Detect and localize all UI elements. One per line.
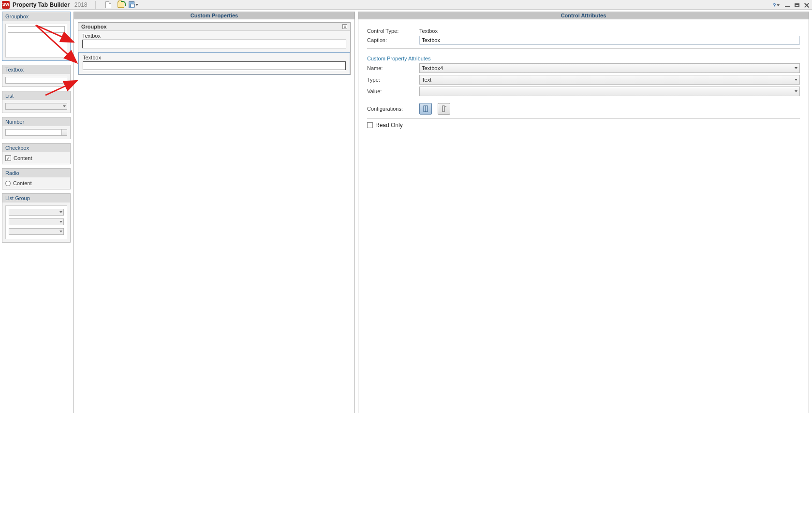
app-title: Property Tab Builder xyxy=(13,1,70,8)
chevron-down-icon xyxy=(135,4,138,6)
caption-label: Caption: xyxy=(367,37,415,43)
field-label: Textbox xyxy=(83,55,346,60)
palette-list-label: List xyxy=(2,91,70,100)
palette-radio-content: Content xyxy=(13,180,32,186)
palette-groupbox[interactable]: Groupbox xyxy=(2,12,71,61)
value-combo[interactable] xyxy=(419,87,800,96)
field-input[interactable] xyxy=(82,40,346,48)
palette-textbox-label: Textbox xyxy=(2,65,70,74)
palette-textbox[interactable]: Textbox xyxy=(2,65,71,87)
field-label: Textbox xyxy=(82,33,346,39)
close-button[interactable] xyxy=(803,2,810,8)
collapse-icon[interactable]: « xyxy=(342,24,347,29)
type-combo[interactable]: Text xyxy=(419,75,800,85)
control-type-value: Textbox xyxy=(419,28,438,34)
caption-input[interactable] xyxy=(419,36,800,44)
palette-radio[interactable]: Radio Content xyxy=(2,168,71,189)
divider xyxy=(367,118,800,119)
help-button[interactable]: ? xyxy=(771,1,781,10)
separator xyxy=(95,1,96,9)
radio-icon xyxy=(5,181,11,186)
palette-groupbox-label: Groupbox xyxy=(2,12,70,21)
palette-number[interactable]: Number xyxy=(2,117,71,139)
field-input[interactable] xyxy=(83,61,346,70)
palette-radio-label: Radio xyxy=(2,169,70,177)
open-file-icon xyxy=(118,1,124,8)
minimize-icon xyxy=(785,6,790,7)
close-icon xyxy=(804,2,810,8)
name-label: Name: xyxy=(367,65,415,71)
palette-listgroup[interactable]: List Group xyxy=(2,193,71,243)
canvas-header: Custom Properties xyxy=(74,12,355,19)
palette-number-label: Number xyxy=(2,117,70,126)
groupbox-container[interactable]: Groupbox « Textbox Textbox xyxy=(78,22,351,75)
value-label: Value: xyxy=(367,88,415,94)
textbox-field-2[interactable]: Textbox xyxy=(78,52,350,74)
minimize-button[interactable] xyxy=(784,2,791,8)
textbox-field-1[interactable]: Textbox xyxy=(78,31,350,52)
palette-list[interactable]: List xyxy=(2,91,71,113)
design-canvas: Custom Properties Groupbox « Textbox Tex… xyxy=(74,12,355,504)
config-all-button[interactable] xyxy=(419,103,432,115)
control-palette: Groupbox Textbox List Number Checkbox ✓ … xyxy=(2,12,71,504)
open-file-button[interactable] xyxy=(116,0,126,9)
palette-checkbox[interactable]: Checkbox ✓ Content xyxy=(2,143,71,164)
title-bar: SW Property Tab Builder 2018 ? xyxy=(0,0,812,10)
custom-prop-section-title: Custom Property Attributes xyxy=(367,56,800,61)
groupbox-title: Groupbox xyxy=(81,24,107,29)
chevron-down-icon xyxy=(777,4,780,6)
readonly-label: Read Only xyxy=(375,122,403,129)
save-button[interactable] xyxy=(129,0,138,9)
svg-rect-5 xyxy=(443,106,444,112)
divider xyxy=(367,48,800,49)
readonly-checkbox[interactable] xyxy=(367,122,373,128)
app-version: 2018 xyxy=(74,1,88,8)
app-icon: SW xyxy=(2,1,10,9)
palette-checkbox-content: Content xyxy=(14,155,32,161)
configurations-label: Configurations: xyxy=(367,106,415,112)
palette-checkbox-label: Checkbox xyxy=(2,144,70,152)
config-specific-button[interactable] xyxy=(438,103,450,115)
new-file-button[interactable] xyxy=(103,0,113,9)
check-icon: ✓ xyxy=(5,155,11,161)
control-type-label: Control Type: xyxy=(367,28,415,34)
control-attributes-panel: Control Attributes Control Type: Textbox… xyxy=(358,12,809,504)
config-specific-icon xyxy=(441,105,447,112)
maximize-icon xyxy=(795,3,799,7)
maximize-button[interactable] xyxy=(794,2,800,8)
save-icon xyxy=(129,1,134,8)
attributes-header: Control Attributes xyxy=(358,12,809,19)
new-file-icon xyxy=(105,1,111,8)
type-label: Type: xyxy=(367,77,415,83)
config-all-icon xyxy=(423,105,428,112)
name-combo[interactable]: Textbox4 xyxy=(419,63,800,73)
help-icon: ? xyxy=(773,2,776,8)
palette-listgroup-label: List Group xyxy=(2,194,70,203)
